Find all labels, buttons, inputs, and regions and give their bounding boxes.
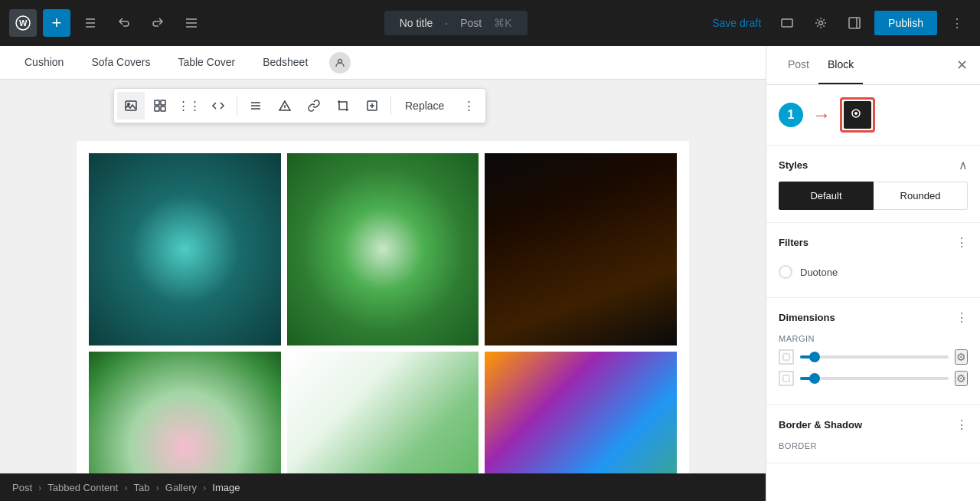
margin-icon-1 <box>779 349 794 365</box>
separator-1 <box>237 97 237 115</box>
gallery-item-4[interactable] <box>89 352 281 473</box>
publish-button[interactable]: Publish <box>874 11 937 35</box>
rounded-style-button[interactable]: Rounded <box>874 182 968 210</box>
svg-rect-8 <box>155 100 159 105</box>
more-button[interactable]: ⋮ <box>455 92 482 120</box>
breadcrumb-post[interactable]: Post <box>12 482 32 493</box>
breadcrumb-gallery[interactable]: Gallery <box>165 482 197 493</box>
panel-tabs: Post Block ✕ <box>766 46 980 85</box>
tab-table-cover[interactable]: Table Cover <box>165 50 247 76</box>
svg-rect-9 <box>161 100 165 105</box>
step-circle: 1 <box>779 103 803 127</box>
margin-settings-2[interactable]: ⚙ <box>955 371 968 386</box>
undo-button[interactable] <box>110 9 138 37</box>
tools-button[interactable] <box>77 9 104 37</box>
svg-point-3 <box>819 21 823 25</box>
redo-button[interactable] <box>144 9 172 37</box>
filters-more[interactable]: ⋮ <box>956 235 968 250</box>
duotone-filter[interactable]: Duotone <box>779 259 968 285</box>
styles-section: Styles ∧ Default Rounded <box>766 146 980 223</box>
breadcrumb: Post › Tabbed Content › Tab › Gallery › … <box>0 473 766 501</box>
drag-button[interactable]: ⋮⋮ <box>175 92 203 120</box>
image-type-button[interactable] <box>117 92 145 120</box>
gallery-view-button[interactable] <box>146 92 174 120</box>
warning-button[interactable] <box>271 92 299 120</box>
svg-rect-4 <box>849 18 860 28</box>
margin-settings-1[interactable]: ⚙ <box>955 349 968 365</box>
style-buttons: Default Rounded <box>779 182 968 210</box>
code-button[interactable] <box>204 92 232 120</box>
title-area: No title · Post ⌘K <box>211 11 700 35</box>
svg-rect-15 <box>783 354 789 360</box>
tab-cushion[interactable]: Cushion <box>12 50 76 76</box>
post-type: Post <box>460 17 482 29</box>
tab-bedsheet[interactable]: Bedsheet <box>250 50 320 76</box>
border-label: BORDER <box>779 441 968 450</box>
panel-tab-block[interactable]: Block <box>818 46 863 84</box>
toggle-panel-button[interactable] <box>841 9 868 37</box>
arrow-icon: → <box>812 104 831 126</box>
editor-area: Cushion Sofa Covers Table Cover Bedsheet <box>0 46 766 501</box>
gallery-item-5[interactable] <box>287 352 479 473</box>
styles-title: Styles <box>779 159 808 171</box>
breadcrumb-tabbed-content[interactable]: Tabbed Content <box>47 482 118 493</box>
style-icon <box>844 101 871 129</box>
gallery-grid <box>77 141 689 473</box>
align-button[interactable] <box>242 92 270 120</box>
chevron-2: › <box>124 482 127 493</box>
breadcrumb-image[interactable]: Image <box>212 482 240 493</box>
styles-toggle[interactable]: ∧ <box>959 158 968 172</box>
document-overview-button[interactable] <box>178 9 205 37</box>
gallery-item-2[interactable] <box>287 153 479 345</box>
dimensions-section: Dimensions ⋮ MARGIN ⚙ <box>766 298 980 405</box>
style-target-box <box>840 97 875 133</box>
duotone-label: Duotone <box>800 267 838 278</box>
panel-tab-post[interactable]: Post <box>779 46 818 84</box>
dimensions-title: Dimensions <box>779 312 835 323</box>
styles-header: Styles ∧ <box>779 158 968 172</box>
crop-button[interactable] <box>329 92 357 120</box>
border-more[interactable]: ⋮ <box>956 418 968 432</box>
svg-rect-2 <box>782 19 792 27</box>
settings-button[interactable] <box>807 9 835 37</box>
topbar: W + No title · Post ⌘K Save draft <box>0 0 980 46</box>
border-shadow-title: Border & Shadow <box>779 419 862 431</box>
breadcrumb-tab[interactable]: Tab <box>134 482 150 493</box>
save-draft-button[interactable]: Save draft <box>706 12 767 34</box>
wp-logo: W <box>9 9 37 37</box>
separator-2 <box>390 97 391 115</box>
expand-button[interactable] <box>358 92 386 120</box>
margin-slider-2[interactable] <box>800 377 949 380</box>
add-block-button[interactable]: + <box>43 9 70 37</box>
margin-icon-2 <box>779 371 794 386</box>
gallery-wrapper <box>0 80 766 473</box>
svg-text:W: W <box>19 18 28 28</box>
svg-rect-16 <box>783 375 789 381</box>
tab-avatar <box>329 52 351 74</box>
chevron-3: › <box>155 482 158 493</box>
border-shadow-section: Border & Shadow ⋮ BORDER <box>766 405 980 463</box>
margin-slider-1[interactable] <box>800 355 949 359</box>
margin-row-1: ⚙ <box>779 349 968 365</box>
chevron-4: › <box>203 482 206 493</box>
replace-button[interactable]: Replace <box>396 95 453 116</box>
margin-label: MARGIN <box>779 334 968 343</box>
svg-point-14 <box>854 112 858 115</box>
duotone-radio[interactable] <box>779 265 792 279</box>
panel-close-button[interactable]: ✕ <box>956 46 968 84</box>
link-button[interactable] <box>300 92 328 120</box>
more-options-button[interactable]: ⋮ <box>943 9 971 37</box>
gallery-item-3[interactable] <box>485 153 677 345</box>
title-pill[interactable]: No title · Post ⌘K <box>384 11 528 35</box>
gallery-item-6[interactable] <box>485 352 677 473</box>
view-button[interactable] <box>773 9 801 37</box>
shortcut: ⌘K <box>494 17 511 29</box>
right-panel: Post Block ✕ 1 → Styles ∧ <box>766 46 980 501</box>
filters-title: Filters <box>779 237 808 248</box>
svg-rect-11 <box>161 106 165 111</box>
post-title: No title <box>400 17 433 29</box>
dimensions-more[interactable]: ⋮ <box>956 310 968 325</box>
tab-sofa-covers[interactable]: Sofa Covers <box>79 50 162 76</box>
default-style-button[interactable]: Default <box>779 182 874 210</box>
gallery-item-1[interactable] <box>89 153 281 345</box>
